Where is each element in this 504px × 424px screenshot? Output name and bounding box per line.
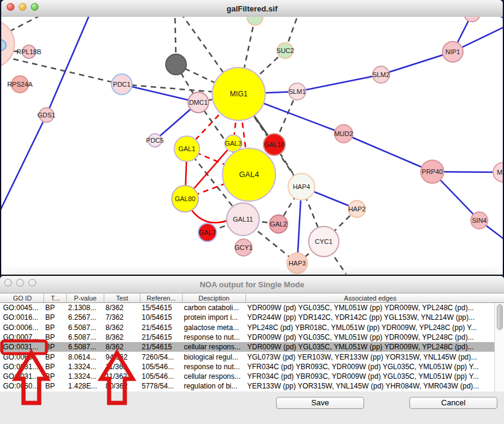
graph-node-label-gal7: GAL7 — [199, 229, 216, 236]
noa-window-title: NOA output for Single Mode — [42, 280, 462, 289]
cell-go_id: GO:0031... — [3, 362, 42, 372]
maximize-icon[interactable] — [28, 279, 36, 287]
graph-node-label-gds1: GDS1 — [37, 111, 55, 119]
cell-p_value: 6.5087... — [68, 323, 102, 332]
graph-node-label-gal3: GAL3 — [225, 140, 242, 147]
column-header-associated_edges[interactable]: Associated edges — [245, 294, 494, 302]
cell-description: cellular respons... — [184, 372, 244, 381]
network-window: galFiltered.sif RPL18BRPS24AGDS1PDC1PDC5… — [1, 0, 503, 275]
cell-associated_edges: YFR034C (pd) YBR093C, YDR009W (pd) YGL03… — [247, 362, 493, 372]
table-row-9[interactable]: GO:0050...BP1.428E...80/3625778/54...reg… — [0, 381, 494, 391]
graph-edge[interactable] — [485, 17, 503, 18]
graph-edge[interactable] — [1, 115, 46, 211]
cell-go_id: GO:0031... — [3, 342, 42, 352]
cell-type: BP — [45, 323, 65, 332]
graph-node-label-pdc5: PDC5 — [146, 137, 163, 144]
graph-node-label-gal10: GAL10 — [264, 141, 285, 148]
cell-go_id: GO:0050... — [3, 381, 42, 391]
cell-go_id: GO:0007... — [3, 332, 42, 342]
table-row-3[interactable]: GO:0006...BP6.5087...8/36221/54615galact… — [0, 323, 494, 332]
table-row-8[interactable]: GO:0031...BP1.3324...11/362105/546...cel… — [0, 372, 494, 381]
save-button[interactable]: Save — [276, 397, 364, 409]
cell-description: carbon cataboli... — [184, 303, 244, 313]
cell-p_value: 6.2567... — [68, 313, 102, 322]
graph-node-label-rpl18b: RPL18B — [17, 48, 42, 55]
cell-test: 8/362 — [106, 342, 139, 352]
cell-description: response to nut... — [184, 362, 244, 372]
graph-edge[interactable] — [10, 17, 41, 31]
cell-go_id: GO:0065... — [3, 352, 42, 362]
vertical-scrollbar[interactable] — [494, 303, 504, 391]
graph-node-label-suc2: SUC2 — [276, 47, 294, 54]
column-header-type[interactable]: T... — [43, 294, 66, 302]
cell-associated_edges: YDR009W (pd) YGL035C, YML051W (pp) YDR00… — [247, 332, 493, 342]
cell-type: BP — [45, 372, 65, 381]
cell-go_id: GO:0006... — [3, 323, 42, 332]
cell-type: BP — [45, 332, 65, 342]
cell-go_id: GO:0016... — [3, 313, 42, 322]
cell-test: 8/362 — [106, 332, 139, 342]
cell-reference: 5778/54... — [142, 381, 181, 391]
network-window-titlebar[interactable]: galFiltered.sif — [1, 0, 503, 17]
cell-type: BP — [45, 342, 65, 352]
cell-associated_edges: YPL248C (pd) YBR018C, YML051W (pp) YDR00… — [247, 323, 493, 332]
column-header-go_id[interactable]: GO ID — [1, 294, 43, 302]
graph-node-label-pdc1: PDC1 — [113, 81, 130, 88]
minimize-icon[interactable] — [19, 3, 27, 11]
cell-reference: 105/546... — [142, 362, 181, 372]
table-row-1[interactable]: GO:0045...BP2.1308...8/36215/54615carbon… — [0, 303, 494, 313]
cell-reference: 7260/54... — [142, 352, 181, 362]
cell-description: protein import i... — [184, 313, 244, 322]
cell-reference: 21/54615 — [142, 323, 181, 332]
graph-node-label-cyc1: CYC1 — [315, 238, 332, 245]
cell-associated_edges: YDR009W (pd) YGL035C, YML051W (pp) YDR00… — [247, 303, 493, 313]
table-row-2[interactable]: GO:0016...BP6.2567...7/36210/54615protei… — [0, 313, 494, 322]
close-icon[interactable] — [7, 3, 14, 11]
cell-associated_edges: YFR034C (pd) YBR093C, YDR009W (pd) YGL03… — [247, 372, 493, 381]
noa-window-titlebar[interactable]: NOA output for Single Mode — [0, 276, 504, 293]
cell-associated_edges: YDR244W (pp) YDR142C, YDR142C (pp) YGL15… — [247, 313, 493, 322]
graph-node-label-rps24a: RPS24A — [7, 81, 33, 88]
graph-node-label-gal80: GAL80 — [175, 195, 195, 202]
graph-edge-mud2-prp40[interactable] — [344, 134, 432, 172]
graph-node-green2[interactable] — [247, 17, 263, 25]
column-header-p_value[interactable]: P-value — [66, 294, 104, 302]
graph-node-pink2[interactable] — [464, 17, 480, 22]
cell-test: 8/362 — [106, 303, 139, 313]
cancel-button[interactable]: Cancel — [409, 397, 497, 409]
close-icon[interactable] — [4, 279, 12, 287]
graph-node-label-gal11: GAL11 — [233, 216, 253, 223]
table-row-6[interactable]: GO:0065...BP8.0614...94/3627260/54...bio… — [0, 352, 494, 362]
table-row-5[interactable]: GO:0031...BP6.5087...8/36221/54615cellul… — [0, 342, 494, 352]
scrollbar-thumb[interactable] — [497, 304, 503, 330]
column-header-test[interactable]: Test — [104, 294, 140, 302]
cell-reference: 105/546... — [142, 372, 181, 381]
table-row-4[interactable]: GO:0007...BP6.5087...8/36221/54615respon… — [0, 332, 494, 342]
graph-edge-slm2-nip1[interactable] — [381, 52, 453, 75]
noa-output-window: NOA output for Single Mode GO IDT...P-va… — [0, 276, 504, 424]
cell-p_value: 6.5087... — [68, 332, 102, 342]
cell-associated_edges: YER133W (pp) YOR315W, YNL145W (pd) YHR08… — [247, 381, 493, 391]
column-header-reference[interactable]: Referen... — [140, 294, 182, 302]
maximize-icon[interactable] — [31, 3, 39, 11]
graph-node-gray1[interactable] — [166, 54, 186, 75]
graph-edge-slm1-slm2[interactable] — [297, 75, 381, 92]
network-canvas[interactable]: RPL18BRPS24AGDS1PDC1PDC5DMC1SUC2SLM1SLM2… — [1, 17, 503, 275]
graph-node-label-hap3: HAP3 — [289, 260, 306, 267]
graph-edge-pdc1-dmc1[interactable] — [122, 84, 198, 102]
column-header-description[interactable]: Desciption — [182, 294, 245, 302]
cell-associated_edges: YDR009W (pd) YGL035C, YML051W (pp) YDR00… — [247, 342, 493, 352]
cell-p_value: 1.3324... — [68, 362, 102, 372]
graph-node-label-sin4: SIN4 — [472, 217, 487, 224]
graph-node-label-gcy1: GCY1 — [235, 244, 253, 251]
cell-test: 80/362 — [106, 381, 139, 391]
network-window-title: galFiltered.sif — [43, 4, 461, 13]
table-row-7[interactable]: GO:0031...BP1.3324...11/362105/546...res… — [0, 362, 494, 372]
graph-node-label-mig1: MIG1 — [230, 90, 248, 98]
cell-description: galactose meta... — [184, 323, 244, 332]
graph-node-label-gal2: GAL2 — [270, 220, 287, 228]
graph-edge[interactable] — [46, 17, 92, 115]
cell-p_value: 1.3324... — [68, 372, 102, 381]
graph-node-label-prp40: PRP40 — [422, 168, 443, 175]
minimize-icon[interactable] — [16, 279, 24, 287]
